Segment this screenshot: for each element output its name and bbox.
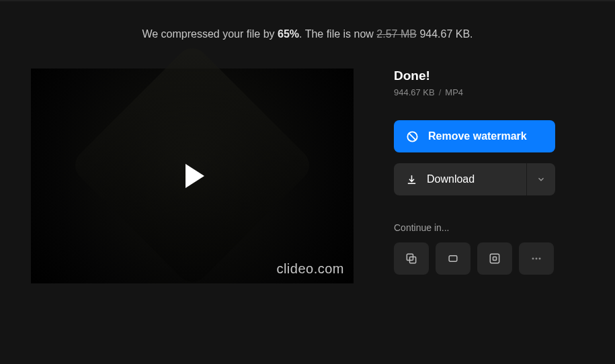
- continue-label: Continue in...: [394, 222, 555, 233]
- done-title: Done!: [394, 69, 555, 83]
- file-size: 944.67 KB: [394, 87, 435, 97]
- compression-summary: We compressed your file by 65%. The file…: [0, 1, 615, 40]
- tool-more-button[interactable]: [519, 242, 554, 275]
- file-format: MP4: [445, 87, 463, 97]
- file-meta: 944.67 KB/MP4: [394, 87, 555, 97]
- crop-icon: [446, 252, 460, 265]
- svg-rect-4: [449, 256, 457, 261]
- meta-separator: /: [439, 87, 442, 97]
- tool-resize-button[interactable]: [477, 242, 512, 275]
- summary-new-size: 944.67 KB.: [417, 28, 473, 40]
- download-button[interactable]: Download: [394, 163, 527, 195]
- video-preview[interactable]: clideo.com: [31, 69, 354, 283]
- more-icon: [530, 252, 543, 265]
- chevron-down-icon: [536, 175, 546, 184]
- svg-line-1: [409, 133, 415, 140]
- tool-crop-button[interactable]: [436, 242, 470, 275]
- download-label: Download: [427, 173, 475, 185]
- resize-icon: [488, 252, 501, 265]
- continue-tools: [394, 242, 555, 275]
- video-watermark: clideo.com: [276, 261, 344, 277]
- svg-point-8: [536, 258, 538, 260]
- merge-icon: [405, 252, 418, 265]
- tool-merge-button[interactable]: [394, 242, 429, 275]
- remove-watermark-label: Remove watermark: [428, 130, 527, 142]
- summary-middle: . The file is now: [299, 28, 376, 40]
- svg-rect-6: [493, 257, 497, 261]
- svg-rect-5: [490, 254, 499, 263]
- prohibit-icon: [406, 130, 419, 143]
- summary-percent: 65%: [278, 28, 299, 40]
- remove-watermark-button[interactable]: Remove watermark: [394, 120, 555, 152]
- svg-point-9: [539, 258, 541, 260]
- svg-point-7: [532, 258, 534, 260]
- download-icon: [406, 174, 417, 185]
- download-dropdown-button[interactable]: [527, 163, 555, 195]
- summary-prefix: We compressed your file by: [142, 28, 278, 40]
- summary-old-size: 2.57 MB: [376, 28, 417, 40]
- play-icon[interactable]: [186, 164, 204, 188]
